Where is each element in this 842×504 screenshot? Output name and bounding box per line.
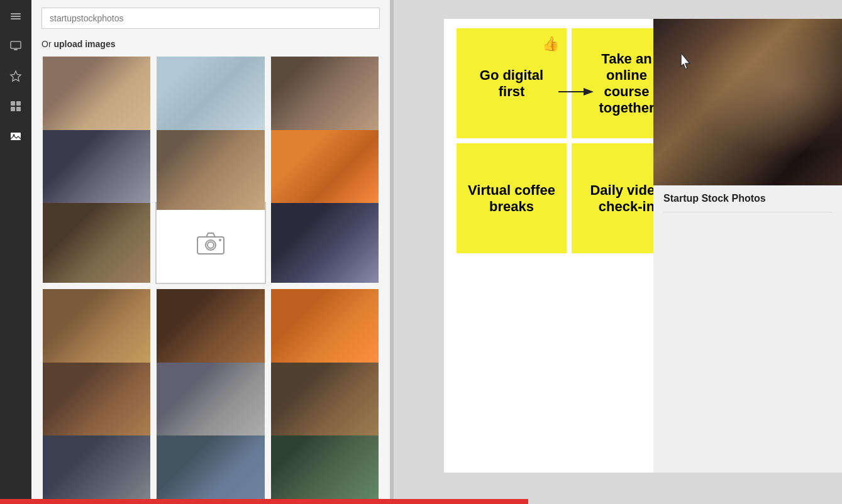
layers-icon[interactable] bbox=[6, 6, 25, 25]
svg-point-15 bbox=[219, 239, 221, 241]
canvas-area[interactable]: 👍 Go digital first Take an online course… bbox=[394, 0, 842, 504]
sticky-note-coffee-breaks[interactable]: Virtual coffee breaks bbox=[457, 143, 567, 253]
photo-item[interactable] bbox=[270, 202, 380, 284]
image-side-panel: Startup Stock Photos bbox=[653, 19, 842, 473]
svg-point-14 bbox=[208, 242, 214, 248]
sticky-notes-area: 👍 Go digital first Take an online course… bbox=[457, 28, 682, 253]
svg-rect-7 bbox=[16, 101, 21, 106]
svg-rect-6 bbox=[11, 101, 15, 106]
upload-label: Or upload images bbox=[31, 35, 390, 55]
svg-marker-5 bbox=[11, 71, 21, 81]
photo-item[interactable] bbox=[155, 434, 265, 504]
svg-rect-0 bbox=[11, 13, 21, 14]
sidebar bbox=[0, 0, 31, 504]
image-icon[interactable] bbox=[6, 127, 25, 146]
arrow-between-notes bbox=[558, 85, 596, 99]
svg-rect-1 bbox=[11, 16, 21, 17]
star-icon[interactable] bbox=[6, 67, 25, 85]
svg-rect-9 bbox=[16, 107, 21, 111]
svg-rect-4 bbox=[14, 49, 18, 50]
photo-panel: startupstockphotos Or upload images bbox=[31, 0, 390, 504]
grid-icon[interactable] bbox=[6, 97, 25, 116]
photo-item[interactable] bbox=[155, 361, 265, 444]
photo-item[interactable] bbox=[42, 288, 152, 370]
sticky-note-go-digital[interactable]: 👍 Go digital first bbox=[457, 28, 567, 138]
photo-item[interactable] bbox=[155, 55, 265, 138]
photo-item[interactable] bbox=[42, 55, 152, 138]
image-preview-label: Startup Stock Photos bbox=[653, 185, 842, 212]
photo-item[interactable] bbox=[270, 129, 380, 211]
camera-upload-button[interactable] bbox=[155, 202, 265, 284]
photo-item[interactable] bbox=[270, 55, 380, 138]
svg-rect-8 bbox=[11, 107, 15, 111]
search-container: startupstockphotos bbox=[31, 0, 390, 35]
photo-item[interactable] bbox=[155, 129, 265, 211]
photo-item[interactable] bbox=[42, 129, 152, 211]
image-preview[interactable] bbox=[653, 19, 842, 185]
photo-item[interactable] bbox=[42, 434, 152, 504]
svg-rect-3 bbox=[11, 41, 21, 48]
svg-rect-10 bbox=[11, 133, 21, 140]
search-input[interactable]: startupstockphotos bbox=[42, 8, 380, 29]
photo-item[interactable] bbox=[270, 434, 380, 504]
divider-line bbox=[663, 212, 832, 212]
svg-rect-2 bbox=[11, 18, 21, 19]
photo-item[interactable] bbox=[42, 202, 152, 284]
note-text-go-digital: Go digital first bbox=[467, 67, 557, 100]
photo-item[interactable] bbox=[42, 361, 152, 444]
thumbs-up-icon: 👍 bbox=[542, 36, 559, 52]
bottom-progress-bar bbox=[0, 499, 528, 504]
note-text-coffee-breaks: Virtual coffee breaks bbox=[467, 182, 557, 215]
photo-grid bbox=[31, 55, 390, 504]
photo-item[interactable] bbox=[270, 361, 380, 444]
upload-link[interactable]: upload images bbox=[53, 39, 115, 49]
monitor-icon[interactable] bbox=[6, 36, 25, 55]
photo-item[interactable] bbox=[155, 288, 265, 370]
photo-item[interactable] bbox=[270, 288, 380, 370]
